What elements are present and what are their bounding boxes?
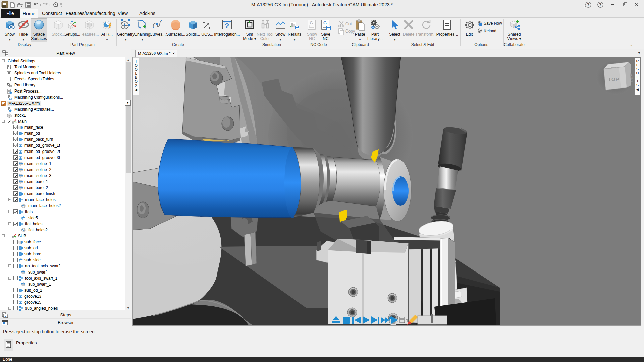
svg-text:?: ? — [225, 22, 229, 30]
svg-text:?: ? — [587, 2, 589, 7]
svg-text:G: G — [310, 20, 313, 25]
svg-text:G: G — [323, 20, 327, 25]
svg-text:TOP: TOP — [608, 76, 620, 82]
svg-text:?: ? — [599, 2, 601, 7]
